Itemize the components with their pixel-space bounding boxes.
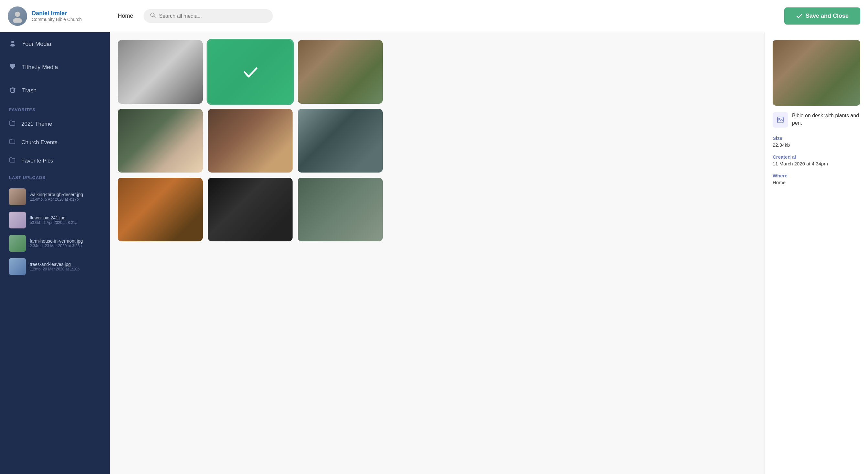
media-image-7: [118, 178, 203, 241]
svg-point-1: [13, 18, 22, 23]
sidebar-trash-label: Trash: [22, 87, 36, 94]
folder-2021-theme-label: 2021 Theme: [21, 121, 52, 127]
sidebar-item-trash[interactable]: Trash: [0, 79, 110, 102]
upload-thumb-2: [9, 212, 26, 228]
svg-point-4: [11, 41, 14, 43]
upload-info-1: walking-through-desert.jpg 12.4mb, 5 Apr…: [30, 192, 101, 201]
media-item-4[interactable]: [118, 109, 203, 172]
upload-name-4: trees-and-leaves.jpg: [30, 262, 101, 267]
upload-item-2[interactable]: flower-pic-241.jpg 53.6kb, 1 Apr 2020 at…: [0, 209, 110, 232]
detail-where-value: Home: [773, 180, 860, 185]
upload-thumb-4: [9, 258, 26, 275]
upload-meta-4: 1.2mb, 20 Mar 2020 at 1:10p: [30, 267, 101, 272]
user-info: Daniel Irmler Community Bible Church: [32, 10, 82, 22]
media-item-5[interactable]: [208, 109, 293, 172]
media-image-8: [208, 178, 293, 241]
person-icon: [9, 39, 16, 49]
save-close-button[interactable]: Save and Close: [784, 7, 860, 25]
svg-line-3: [154, 16, 155, 18]
topbar-right: Save and Close: [784, 7, 860, 25]
upload-name-2: flower-pic-241.jpg: [30, 215, 101, 220]
topbar-center: Home: [118, 9, 776, 23]
media-item-6[interactable]: [298, 109, 383, 172]
svg-point-5: [10, 44, 15, 46]
detail-caption-text: Bible on desk with plants and pen.: [792, 112, 860, 127]
upload-info-4: trees-and-leaves.jpg 1.2mb, 20 Mar 2020 …: [30, 262, 101, 272]
media-image-5: [208, 109, 293, 172]
main-layout: Your Media Tithe.ly Media Trash: [0, 32, 868, 474]
svg-point-0: [15, 12, 20, 17]
save-close-label: Save and Close: [806, 12, 848, 20]
media-image-9: [298, 178, 383, 241]
media-image-4: [118, 109, 203, 172]
upload-name-1: walking-through-desert.jpg: [30, 192, 101, 197]
detail-panel: Bible on desk with plants and pen. Size …: [765, 32, 868, 474]
folder-church-events-label: Church Events: [21, 139, 58, 146]
media-image-6: [298, 109, 383, 172]
topbar-left: Daniel Irmler Community Bible Church: [8, 6, 118, 26]
user-org: Community Bible Church: [32, 17, 82, 22]
media-item-8[interactable]: [208, 178, 293, 241]
sidebar-tithely-label: Tithe.ly Media: [22, 64, 58, 71]
folder-favorite-pics-label: Favorite Pics: [21, 158, 53, 164]
folder-icon-3: [9, 157, 16, 165]
detail-caption-row: Bible on desk with plants and pen.: [773, 112, 860, 128]
detail-size-section: Size 22.34kb: [773, 135, 860, 148]
detail-image: [773, 40, 860, 106]
selected-overlay: [208, 40, 293, 104]
folder-icon-1: [9, 120, 16, 128]
leaf-icon: [9, 63, 16, 72]
last-uploads-section-label: LAST UPLOADS: [0, 170, 110, 183]
media-grid: [118, 40, 383, 241]
media-item-3[interactable]: [298, 40, 383, 104]
upload-item-3[interactable]: farm-house-in-vermont.jpg 2.34mb, 23 Mar…: [0, 232, 110, 255]
detail-size-value: 22.34kb: [773, 142, 860, 148]
upload-info-2: flower-pic-241.jpg 53.6kb, 1 Apr 2020 at…: [30, 215, 101, 225]
media-image-3: [298, 40, 383, 104]
sidebar-folder-2021-theme[interactable]: 2021 Theme: [0, 115, 110, 133]
sidebar-item-your-media[interactable]: Your Media: [0, 32, 110, 56]
media-item-9[interactable]: [298, 178, 383, 241]
upload-meta-3: 2.34mb, 23 Mar 2020 at 3:23p: [30, 244, 101, 248]
upload-meta-1: 12.4mb, 5 Apr 2020 at 4:17p: [30, 197, 101, 201]
user-name: Daniel Irmler: [32, 10, 82, 17]
search-bar: [144, 9, 273, 23]
search-input[interactable]: [159, 13, 267, 19]
upload-info-3: farm-house-in-vermont.jpg 2.34mb, 23 Mar…: [30, 239, 101, 248]
trash-icon: [9, 86, 16, 95]
media-item-1[interactable]: [118, 40, 203, 104]
detail-image-bg: [773, 40, 860, 106]
upload-thumb-3: [9, 235, 26, 252]
content-area: [110, 32, 765, 474]
svg-rect-6: [11, 88, 14, 92]
upload-item-4[interactable]: trees-and-leaves.jpg 1.2mb, 20 Mar 2020 …: [0, 255, 110, 278]
detail-where-section: Where Home: [773, 173, 860, 185]
favorites-section-label: FAVORITES: [0, 102, 110, 115]
upload-item-1[interactable]: walking-through-desert.jpg 12.4mb, 5 Apr…: [0, 185, 110, 209]
detail-where-label: Where: [773, 173, 860, 178]
sidebar-item-tithely-media[interactable]: Tithe.ly Media: [0, 56, 110, 79]
sidebar-folder-favorite-pics[interactable]: Favorite Pics: [0, 152, 110, 170]
topbar: Daniel Irmler Community Bible Church Hom…: [0, 0, 868, 32]
folder-icon-2: [9, 138, 16, 146]
detail-created-value: 11 March 2020 at 4:34pm: [773, 161, 860, 166]
uploads-list: walking-through-desert.jpg 12.4mb, 5 Apr…: [0, 183, 110, 281]
detail-size-label: Size: [773, 135, 860, 141]
home-link[interactable]: Home: [118, 12, 133, 20]
avatar-image: [8, 6, 27, 26]
upload-name-3: farm-house-in-vermont.jpg: [30, 239, 101, 244]
sidebar: Your Media Tithe.ly Media Trash: [0, 32, 110, 474]
sidebar-folder-church-events[interactable]: Church Events: [0, 133, 110, 152]
media-item-2[interactable]: [208, 40, 293, 104]
sidebar-your-media-label: Your Media: [22, 41, 51, 48]
detail-created-section: Created at 11 March 2020 at 4:34pm: [773, 154, 860, 166]
media-item-7[interactable]: [118, 178, 203, 241]
detail-caption-icon: [773, 112, 788, 128]
upload-thumb-1: [9, 188, 26, 205]
search-icon: [150, 12, 156, 20]
avatar: [8, 6, 27, 26]
upload-meta-2: 53.6kb, 1 Apr 2020 at 8:21a: [30, 220, 101, 225]
detail-created-label: Created at: [773, 154, 860, 160]
media-image-1: [118, 40, 203, 104]
